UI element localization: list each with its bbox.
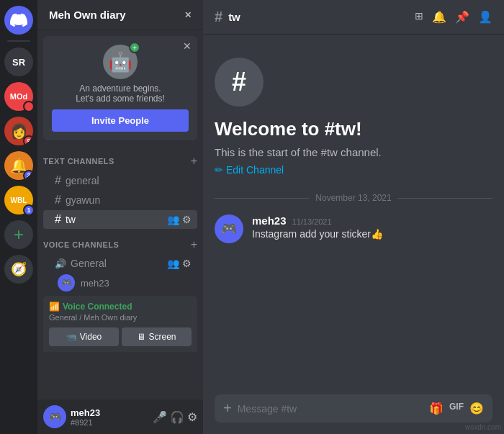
welcome-section: # Welcome to #tw! This is the start of t…: [215, 46, 492, 181]
emoji-icon[interactable]: 😊: [469, 402, 484, 415]
pin-icon[interactable]: 📌: [455, 10, 469, 24]
voice-user-avatar: 🎮: [58, 274, 75, 291]
badge-mod: [23, 101, 35, 112]
date-divider: November 13, 2021: [215, 193, 492, 203]
chat-input-area: + 🎁 GIF 😊: [203, 394, 504, 434]
user-info: meh23 #8921: [71, 407, 148, 427]
settings-user-icon[interactable]: ⚙: [187, 410, 197, 424]
invite-banner: ✕ 🤖 + An adventure begins. Let's add som…: [43, 36, 197, 140]
user-avatar: 🎮: [43, 405, 66, 428]
add-text-channel-icon[interactable]: +: [191, 155, 197, 168]
user-panel: 🎮 meh23 #8921 🎤 🎧 ⚙: [37, 399, 203, 434]
mascot-circle: 🤖 +: [103, 45, 138, 79]
server-icon-sr[interactable]: SR: [4, 48, 33, 76]
notifications-icon[interactable]: 🔔: [432, 10, 446, 24]
server-icon-avatar2[interactable]: 🔔 3: [4, 151, 33, 180]
chat-header-channel-name: tw: [228, 11, 240, 23]
message-avatar: 🎮: [215, 214, 243, 243]
voice-connected-header: 📶 Voice Connected: [49, 302, 192, 312]
badge-avatar1: 9: [23, 135, 33, 145]
voice-connected-location: General / Meh Own diary: [49, 313, 192, 322]
channel-item-general[interactable]: # general: [43, 171, 197, 190]
settings-icon[interactable]: ⚙: [182, 214, 192, 225]
channel-item-tw[interactable]: # tw 👥 ⚙: [43, 210, 197, 229]
voice-channel-icons: 👥 ⚙: [167, 258, 192, 269]
server-icon-avatar1[interactable]: 👩 9: [4, 117, 33, 145]
message-username: meh23: [252, 214, 287, 227]
invite-description: An adventure begins. Let's add some frie…: [52, 83, 189, 104]
video-icon: 📹: [66, 332, 77, 342]
chevron-down-icon: ✕: [184, 10, 192, 20]
add-member-voice-icon[interactable]: 👥: [167, 258, 179, 269]
welcome-title: Welcome to #tw!: [215, 118, 492, 140]
voice-user-item: 🎮 meh23: [37, 273, 203, 293]
watermark: wsxdn.com: [465, 423, 501, 431]
members-icon[interactable]: 👤: [478, 10, 492, 24]
server-header[interactable]: Meh Own diary ✕: [37, 0, 203, 30]
screen-button[interactable]: 🖥 Screen: [122, 327, 192, 346]
chat-header-icons: ⊞ 🔔 📌 👤: [415, 10, 492, 24]
add-voice-channel-icon[interactable]: +: [191, 238, 197, 251]
chat-input-bar: + 🎁 GIF 😊: [215, 394, 492, 422]
welcome-subtitle: This is the start of the #tw channel.: [215, 146, 492, 158]
hash-icon-tw: #: [55, 213, 61, 226]
chat-header: # tw ⊞ 🔔 📌 👤: [203, 0, 504, 35]
message-item: 🎮 meh23 11/13/2021 Instagram add your st…: [215, 214, 492, 243]
microphone-icon[interactable]: 🎤: [153, 410, 167, 424]
server-icon-wbl[interactable]: WBL 1: [4, 186, 33, 214]
channel-item-gyawun[interactable]: # gyawun: [43, 191, 197, 209]
user-tag: #8921: [71, 418, 148, 427]
chat-header-hash-icon: #: [215, 9, 222, 25]
edit-channel-link[interactable]: ✏ Edit Channel: [215, 164, 492, 176]
server-divider: [7, 40, 30, 42]
server-icon-mod[interactable]: MOd: [4, 82, 33, 111]
gif-icon[interactable]: GIF: [449, 402, 464, 415]
server-sidebar: SR MOd 👩 9 🔔 3 WBL 1 + 🧭: [0, 0, 37, 434]
user-name: meh23: [71, 407, 148, 418]
screen-share-icon: 🖥: [137, 332, 145, 342]
voice-user-name: meh23: [81, 278, 109, 289]
add-server-icon[interactable]: +: [4, 220, 33, 249]
message-text: Instagram add your sticker👍: [252, 228, 383, 240]
discord-home-icon[interactable]: [4, 6, 33, 35]
user-controls: 🎤 🎧 ⚙: [153, 410, 197, 424]
hash-icon-general: #: [55, 174, 61, 187]
voice-connected-banner: 📶 Voice Connected General / Meh Own diar…: [43, 296, 197, 352]
message-input[interactable]: [238, 403, 423, 415]
badge-wbl: 1: [23, 204, 35, 216]
discover-icon[interactable]: 🧭: [4, 255, 33, 284]
speaker-icon: 🔊: [55, 258, 66, 269]
video-button[interactable]: 📹 Video: [49, 327, 119, 346]
channel-hash-big: #: [215, 58, 264, 107]
gift-icon[interactable]: 🎁: [429, 402, 444, 415]
text-channels-category: TEXT CHANNELS +: [37, 146, 203, 171]
mascot-area: 🤖 +: [52, 45, 189, 79]
invite-people-button[interactable]: Invite People: [52, 109, 189, 132]
pencil-icon: ✏: [215, 164, 223, 176]
text-channels-label: TEXT CHANNELS: [43, 157, 114, 166]
message-timestamp: 11/13/2021: [292, 217, 332, 226]
channel-sidebar: Meh Own diary ✕ ✕ 🤖 + An adventure begin…: [37, 0, 203, 434]
channels-list: TEXT CHANNELS + # general # gyawun # tw …: [37, 146, 203, 399]
voice-channels-label: VOICE CHANNELS: [43, 240, 119, 249]
message-header: meh23 11/13/2021: [252, 214, 383, 227]
threads-icon[interactable]: ⊞: [415, 10, 423, 24]
headphone-icon[interactable]: 🎧: [170, 410, 184, 424]
message-content: meh23 11/13/2021 Instagram add your stic…: [252, 214, 383, 240]
attach-icon[interactable]: +: [223, 400, 232, 417]
main-content: # tw ⊞ 🔔 📌 👤 # Welcome to #tw! This is t…: [203, 0, 504, 434]
signal-icon: 📶: [49, 302, 60, 312]
close-icon[interactable]: ✕: [183, 40, 192, 52]
plus-badge: +: [129, 42, 140, 53]
server-name: Meh Own diary: [49, 9, 126, 21]
voice-action-buttons: 📹 Video 🖥 Screen: [49, 327, 192, 346]
chat-body: # Welcome to #tw! This is the start of t…: [203, 35, 504, 394]
hash-icon-gyawun: #: [55, 194, 61, 207]
channel-item-icons: 👥 ⚙: [167, 214, 192, 225]
channel-item-general-voice[interactable]: 🔊 General 👥 ⚙: [43, 255, 197, 272]
voice-channels-category: VOICE CHANNELS +: [37, 230, 203, 254]
add-member-icon[interactable]: 👥: [167, 214, 179, 225]
settings-voice-icon[interactable]: ⚙: [182, 258, 192, 269]
chat-input-icons: 🎁 GIF 😊: [429, 402, 484, 415]
badge-avatar2: 3: [23, 170, 33, 180]
